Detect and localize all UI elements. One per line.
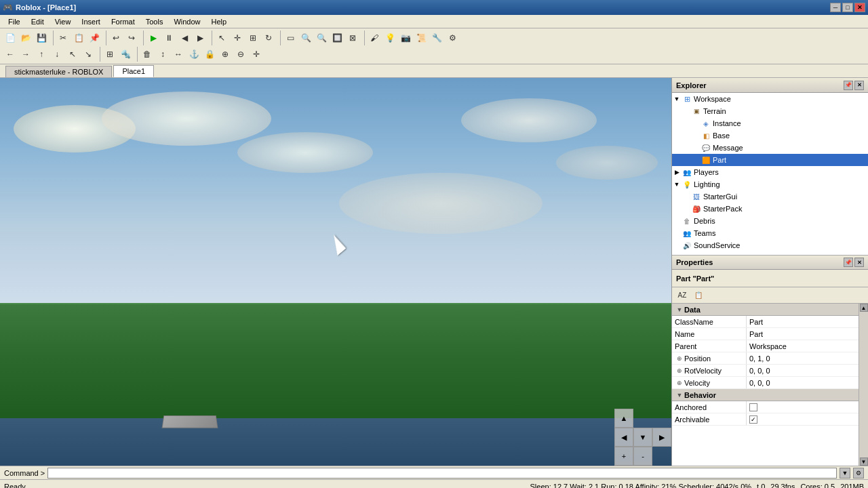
tab-stickmasterluke[interactable]: stickmasterluke - ROBLOX bbox=[5, 66, 112, 77]
union-btn[interactable]: ⊕ bbox=[218, 47, 233, 62]
script-btn[interactable]: 📜 bbox=[414, 30, 429, 45]
resize-v[interactable]: ↕ bbox=[155, 47, 170, 62]
message-toggle[interactable] bbox=[691, 143, 701, 152]
tree-item-teams[interactable]: 👥 Teams bbox=[672, 227, 868, 239]
tree-item-terrain[interactable]: ▣ Terrain bbox=[672, 105, 868, 117]
lighting-toggle[interactable]: ▼ bbox=[672, 180, 682, 189]
plugin-btn[interactable]: 🔧 bbox=[429, 30, 444, 45]
zoom-ext[interactable]: ⊠ bbox=[345, 30, 360, 45]
open-button[interactable]: 📂 bbox=[18, 30, 33, 45]
maximize-button[interactable]: □ bbox=[842, 3, 853, 12]
paste-button[interactable]: 📌 bbox=[87, 30, 102, 45]
redo-button[interactable]: ↪ bbox=[124, 30, 139, 45]
select-tool[interactable]: ↖ bbox=[214, 30, 229, 45]
tree-item-part[interactable]: 🟧 Part bbox=[672, 154, 868, 166]
properties-scrollbar[interactable]: ▲ ▼ bbox=[859, 304, 868, 466]
command-expand-button[interactable]: ▼ bbox=[840, 468, 850, 479]
copy-button[interactable]: 📋 bbox=[71, 30, 86, 45]
position-expand-icon[interactable]: ⊕ bbox=[675, 354, 684, 363]
velocity-expand-icon[interactable]: ⊕ bbox=[675, 378, 684, 388]
part-toggle[interactable] bbox=[691, 155, 701, 165]
classname-value[interactable]: Part bbox=[747, 316, 859, 327]
tree-item-startergui[interactable]: 🖼 StarterGui bbox=[672, 190, 868, 203]
camera-btn[interactable]: 📷 bbox=[398, 30, 413, 45]
viewport[interactable]: ▲ ◀ ▼ ▶ + - bbox=[0, 78, 671, 466]
zoom-out-btn[interactable]: 🔍 bbox=[314, 30, 329, 45]
menu-item-view[interactable]: View bbox=[50, 17, 77, 26]
rotvelocity-value[interactable]: 0, 0, 0 bbox=[747, 365, 859, 376]
settings-btn[interactable]: ⚙ bbox=[445, 30, 460, 45]
tree-item-players[interactable]: ▶ 👥 Players bbox=[672, 166, 868, 178]
tab-place1[interactable]: Place1 bbox=[113, 65, 154, 77]
pause-button[interactable]: ⏸ bbox=[161, 30, 176, 45]
down-btn[interactable]: ↓ bbox=[50, 47, 64, 62]
step-button[interactable]: ▶ bbox=[193, 30, 208, 45]
rotvelocity-expand-icon[interactable]: ⊕ bbox=[675, 366, 684, 375]
move-tool[interactable]: ✛ bbox=[230, 30, 245, 45]
rotate-tool[interactable]: ↻ bbox=[261, 30, 276, 45]
parent-value[interactable]: Workspace bbox=[747, 340, 859, 352]
select-box[interactable]: ▭ bbox=[283, 30, 298, 45]
menu-item-help[interactable]: Help bbox=[206, 17, 233, 26]
minimize-button[interactable]: ─ bbox=[830, 3, 841, 12]
props-sort-alpha-button[interactable]: AZ bbox=[675, 288, 690, 303]
properties-pin-button[interactable]: 📌 bbox=[844, 258, 853, 267]
grid-btn[interactable]: ⊞ bbox=[102, 47, 117, 62]
up-btn[interactable]: ↑ bbox=[34, 47, 49, 62]
tree-item-message[interactable]: 💬 Message bbox=[672, 142, 868, 154]
startergui-toggle[interactable] bbox=[682, 192, 691, 201]
menu-item-edit[interactable]: Edit bbox=[26, 17, 50, 26]
save-button[interactable]: 💾 bbox=[34, 30, 49, 45]
tree-item-debris[interactable]: 🗑 Debris bbox=[672, 215, 868, 227]
anchored-checkbox[interactable] bbox=[749, 403, 757, 411]
terrain-toggle[interactable] bbox=[682, 106, 691, 116]
tree-item-instance[interactable]: ◈ Instance bbox=[672, 117, 868, 129]
data-section-toggle[interactable]: ▼ bbox=[675, 305, 684, 314]
back-btn[interactable]: ← bbox=[3, 47, 18, 62]
nav-zoom-out-button[interactable]: - bbox=[633, 447, 652, 466]
delete-btn[interactable]: 🗑 bbox=[140, 47, 155, 62]
nav-down-button[interactable]: ▼ bbox=[633, 428, 652, 447]
left-btn[interactable]: ↖ bbox=[65, 47, 80, 62]
close-button[interactable]: ✕ bbox=[854, 3, 865, 12]
cut-button[interactable]: ✂ bbox=[56, 30, 71, 45]
nav-right-button[interactable]: ▶ bbox=[652, 428, 671, 447]
velocity-value[interactable]: 0, 0, 0 bbox=[747, 377, 859, 388]
properties-close-button[interactable]: ✕ bbox=[854, 258, 864, 267]
scroll-up-button[interactable]: ▲ bbox=[860, 304, 868, 312]
light-btn[interactable]: 💡 bbox=[382, 30, 397, 45]
explorer-close-button[interactable]: ✕ bbox=[854, 81, 864, 90]
title-bar-controls[interactable]: ─ □ ✕ bbox=[830, 3, 865, 12]
anchor-btn[interactable]: ⚓ bbox=[186, 47, 201, 62]
tree-item-soundservice[interactable]: 🔊 SoundService bbox=[672, 239, 868, 251]
nav-left-button[interactable]: ◀ bbox=[614, 428, 633, 447]
menu-item-tools[interactable]: Tools bbox=[140, 17, 169, 26]
behavior-section-toggle[interactable]: ▼ bbox=[675, 390, 684, 400]
players-toggle[interactable]: ▶ bbox=[672, 167, 682, 177]
workspace-toggle[interactable]: ▼ bbox=[672, 94, 682, 104]
name-value[interactable]: Part bbox=[747, 328, 859, 340]
scroll-down-button[interactable]: ▼ bbox=[860, 458, 868, 466]
anchored-value[interactable] bbox=[747, 401, 859, 413]
menu-item-insert[interactable]: Insert bbox=[76, 17, 106, 26]
tree-item-workspace[interactable]: ▼ ⊞ Workspace bbox=[672, 93, 868, 105]
resize-h[interactable]: ↔ bbox=[171, 47, 186, 62]
scale-tool[interactable]: ⊞ bbox=[245, 30, 260, 45]
debris-toggle[interactable] bbox=[672, 216, 682, 226]
snap-btn[interactable]: 🔩 bbox=[118, 47, 133, 62]
zoom-sel[interactable]: 🔲 bbox=[330, 30, 344, 45]
tree-item-base[interactable]: ◧ Base bbox=[672, 129, 868, 142]
soundservice-toggle[interactable] bbox=[672, 241, 682, 250]
nav-zoom-in-button[interactable]: + bbox=[614, 447, 633, 466]
starterpack-toggle[interactable] bbox=[682, 204, 691, 214]
menu-item-window[interactable]: Window bbox=[168, 17, 205, 26]
teams-toggle[interactable] bbox=[672, 228, 682, 238]
command-input[interactable] bbox=[47, 468, 837, 479]
paint-btn[interactable]: 🖌 bbox=[367, 30, 382, 45]
command-settings-button[interactable]: ⚙ bbox=[853, 468, 864, 479]
tree-item-lighting[interactable]: ▼ 💡 Lighting bbox=[672, 178, 868, 190]
explorer-pin-button[interactable]: 📌 bbox=[844, 81, 853, 90]
archivable-value[interactable]: ✓ bbox=[747, 413, 859, 425]
instance-toggle[interactable] bbox=[691, 119, 701, 128]
undo-button[interactable]: ↩ bbox=[108, 30, 123, 45]
